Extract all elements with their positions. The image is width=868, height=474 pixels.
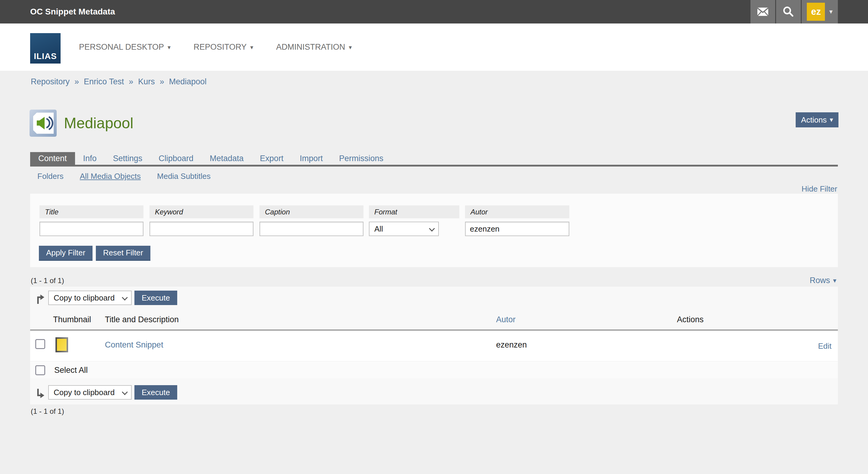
execute-button-top[interactable]: Execute (134, 291, 177, 305)
search-button[interactable] (776, 0, 801, 24)
column-header-autor[interactable]: Autor (496, 315, 516, 324)
breadcrumb-separator: » (129, 77, 133, 87)
filter-label-title: Title (39, 205, 144, 218)
rows-dropdown-label: Rows (809, 276, 830, 285)
thumbnail-fill (57, 339, 67, 351)
caret-down-icon: ▾ (830, 116, 833, 123)
column-header-thumbnail: Thumbnail (53, 315, 91, 324)
page-title: Mediapool (64, 114, 133, 132)
media-objects-table: Copy to clipboard Execute Thumbnail Titl… (30, 287, 838, 404)
bulk-action-value: Copy to clipboard (54, 388, 115, 397)
chevron-down-icon (123, 390, 127, 394)
top-bar-title: OC Snippet Metadata (30, 7, 115, 16)
caret-down-icon: ▾ (167, 44, 170, 50)
filter-buttons: Apply Filter Reset Filter (39, 246, 150, 261)
rows-dropdown[interactable]: Rows ▾ (809, 276, 836, 285)
arrow-down-right-icon (36, 388, 44, 399)
tab-bar: Content Info Settings Clipboard Metadata… (30, 152, 392, 165)
search-icon (783, 6, 794, 18)
filter-field-caption: Caption (259, 205, 364, 236)
result-range-top: (1 - 1 of 1) (31, 276, 64, 285)
edit-link[interactable]: Edit (818, 341, 832, 351)
format-select-value: All (374, 224, 383, 233)
thumbnail-image (56, 337, 68, 352)
tab-import[interactable]: Import (291, 152, 331, 165)
tab-metadata[interactable]: Metadata (202, 152, 252, 165)
chevron-down-icon (430, 227, 434, 231)
filter-label-keyword: Keyword (150, 205, 253, 218)
apply-filter-button[interactable]: Apply Filter (39, 246, 93, 261)
subtab-folders[interactable]: Folders (37, 172, 64, 181)
tab-info[interactable]: Info (75, 152, 105, 165)
tab-permissions[interactable]: Permissions (331, 152, 392, 165)
select-all-checkbox[interactable] (35, 365, 45, 375)
mediapool-page: OC Snippet Metadata ez ▾ (0, 0, 868, 474)
bulk-action-select-bottom[interactable]: Copy to clipboard (48, 385, 132, 400)
tab-settings[interactable]: Settings (105, 152, 151, 165)
filter-panel: Title Keyword Caption Format All Autor A… (30, 194, 838, 267)
mail-icon (757, 7, 768, 16)
ilias-logo[interactable]: ILIAS (30, 33, 61, 64)
main-header: ILIAS PERSONAL DESKTOP ▾ REPOSITORY ▾ AD… (0, 24, 868, 71)
tab-content[interactable]: Content (30, 152, 75, 165)
main-nav: PERSONAL DESKTOP ▾ REPOSITORY ▾ ADMINIST… (79, 24, 352, 71)
chevron-down-icon (123, 296, 127, 300)
nav-label: ADMINISTRATION (276, 42, 345, 52)
filter-label-caption: Caption (259, 205, 364, 218)
actions-button-label: Actions (801, 115, 827, 125)
tab-underline (30, 165, 838, 167)
tab-export[interactable]: Export (252, 152, 291, 165)
breadcrumb: Repository » Enrico Test » Kurs » Mediap… (31, 77, 207, 87)
row-autor: ezenzen (496, 340, 527, 350)
filter-field-format: Format (369, 205, 459, 218)
nav-label: PERSONAL DESKTOP (79, 42, 164, 52)
select-all-label: Select All (54, 366, 88, 375)
row-checkbox[interactable] (35, 339, 45, 349)
breadcrumb-separator: » (74, 77, 79, 87)
table-header-row: Thumbnail Title and Description Autor Ac… (30, 315, 838, 327)
nav-repository[interactable]: REPOSITORY ▾ (193, 42, 253, 52)
breadcrumb-separator: » (160, 77, 164, 87)
mail-button[interactable] (750, 0, 775, 24)
nav-personal-desktop[interactable]: PERSONAL DESKTOP ▾ (79, 42, 170, 52)
caret-down-icon: ▾ (833, 277, 836, 284)
result-range-bottom: (1 - 1 of 1) (31, 407, 64, 415)
column-header-actions: Actions (677, 315, 704, 324)
caption-filter-input[interactable] (259, 222, 364, 236)
nav-label: REPOSITORY (193, 42, 247, 52)
caret-down-icon: ▾ (250, 44, 253, 50)
caret-down-icon: ▾ (349, 44, 352, 50)
filter-field-autor: Autor (465, 205, 569, 236)
actions-button[interactable]: Actions ▾ (796, 112, 838, 127)
breadcrumb-mediapool[interactable]: Mediapool (169, 77, 207, 87)
autor-filter-input[interactable] (465, 222, 569, 236)
nav-administration[interactable]: ADMINISTRATION ▾ (276, 42, 352, 52)
avatar: ez (807, 3, 825, 21)
subtab-media-subtitles[interactable]: Media Subtitles (157, 172, 211, 181)
mediapool-icon (30, 110, 57, 137)
subtab-all-media-objects[interactable]: All Media Objects (80, 172, 141, 181)
title-filter-input[interactable] (39, 222, 144, 236)
bulk-action-row-bottom: Copy to clipboard Execute (30, 384, 838, 403)
filter-field-keyword: Keyword (150, 205, 253, 236)
execute-button-bottom[interactable]: Execute (134, 385, 177, 400)
media-object-link[interactable]: Content Snippet (105, 340, 163, 350)
breadcrumb-kurs[interactable]: Kurs (138, 77, 155, 87)
breadcrumb-enrico-test[interactable]: Enrico Test (84, 77, 124, 87)
filter-label-format: Format (369, 205, 459, 218)
table-row: Content Snippet ezenzen Edit (30, 331, 838, 361)
filter-field-title: Title (39, 205, 144, 236)
format-filter-select[interactable]: All (369, 222, 439, 236)
user-menu-button[interactable]: ez ▾ (802, 0, 838, 24)
breadcrumb-repository[interactable]: Repository (31, 77, 70, 87)
ilias-logo-text: ILIAS (34, 52, 57, 61)
select-all-row: Select All (30, 361, 838, 378)
reset-filter-button[interactable]: Reset Filter (96, 246, 150, 261)
top-bar-actions: ez ▾ (750, 0, 838, 24)
bulk-action-row-top: Copy to clipboard Execute (30, 289, 838, 308)
bulk-action-select-top[interactable]: Copy to clipboard (48, 291, 132, 305)
column-header-title-description: Title and Description (105, 315, 179, 324)
tab-clipboard[interactable]: Clipboard (150, 152, 202, 165)
hide-filter-link[interactable]: Hide Filter (802, 184, 837, 194)
keyword-filter-input[interactable] (150, 222, 253, 236)
